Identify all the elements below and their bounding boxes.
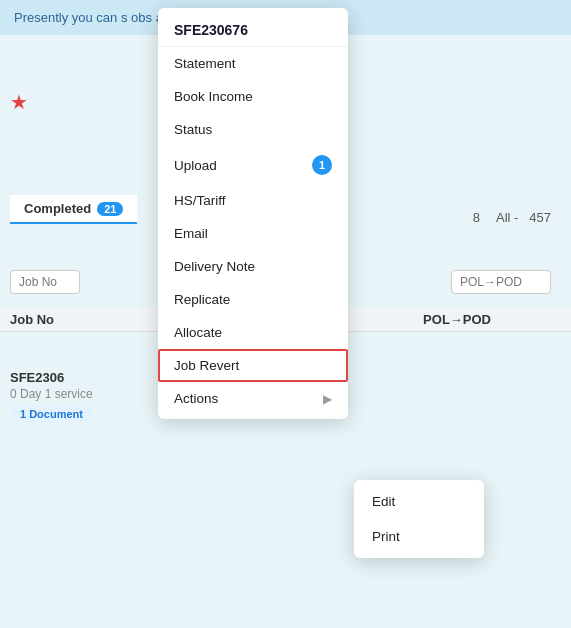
- submenu-item-print[interactable]: Print: [354, 519, 484, 554]
- menu-item-hs-tariff[interactable]: HS/Tariff: [158, 184, 348, 217]
- menu-item-delivery-note[interactable]: Delivery Note: [158, 250, 348, 283]
- menu-item-status[interactable]: Status: [158, 113, 348, 146]
- menu-item-book-income[interactable]: Book Income: [158, 80, 348, 113]
- menu-item-allocate[interactable]: Allocate: [158, 316, 348, 349]
- dropdown-menu: SFE230676 Statement Book Income Status U…: [158, 8, 348, 419]
- dropdown-overlay: SFE230676 Statement Book Income Status U…: [0, 0, 571, 628]
- menu-item-actions[interactable]: Actions ▶: [158, 382, 348, 415]
- menu-header: SFE230676: [158, 12, 348, 47]
- submenu: Edit Print: [354, 480, 484, 558]
- actions-chevron-icon: ▶: [323, 392, 332, 406]
- menu-item-email[interactable]: Email: [158, 217, 348, 250]
- submenu-item-edit[interactable]: Edit: [354, 484, 484, 519]
- menu-item-statement[interactable]: Statement: [158, 47, 348, 80]
- menu-item-job-revert[interactable]: Job Revert: [158, 349, 348, 382]
- menu-item-upload[interactable]: Upload 1: [158, 146, 348, 184]
- upload-badge: 1: [312, 155, 332, 175]
- menu-item-replicate[interactable]: Replicate: [158, 283, 348, 316]
